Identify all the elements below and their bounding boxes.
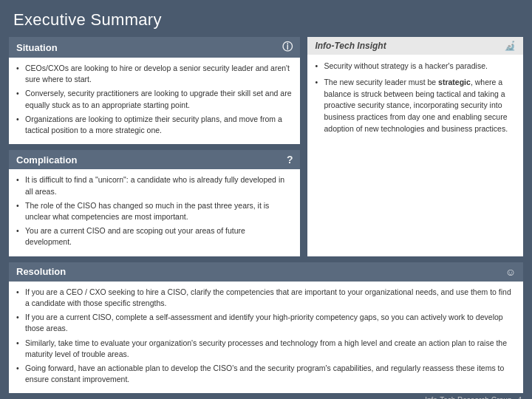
list-item: If you are a current CISO, complete a se… <box>16 312 516 334</box>
list-item: Security without strategy is a hacker's … <box>315 61 516 72</box>
resolution-label: Resolution <box>16 266 66 277</box>
footer-brand: Info-Tech Research Group <box>425 396 511 399</box>
resolution-header: Resolution ☺ <box>9 262 523 282</box>
list-item: If you are a CEO / CXO seeking to hire a… <box>16 287 516 309</box>
list-item: Going forward, have an actionable plan t… <box>16 363 516 385</box>
info-tech-body: Security without strategy is a hacker's … <box>307 55 523 256</box>
complication-section: Complication ? It is difficult to find a… <box>9 150 300 256</box>
resolution-body: If you are a CEO / CXO seeking to hire a… <box>9 282 523 394</box>
complication-header: Complication ? <box>9 150 300 169</box>
situation-section: Situation ⓘ CEOs/CXOs are looking to hir… <box>9 37 300 144</box>
bold-strategic: strategic <box>438 78 471 86</box>
header: Executive Summary <box>0 0 532 37</box>
situation-body: CEOs/CXOs are looking to hire or develop… <box>9 58 300 144</box>
right-column: Info-Tech Insight 🔬 Security without str… <box>307 37 523 256</box>
info-tech-header: Info-Tech Insight 🔬 <box>307 37 523 55</box>
complication-label: Complication <box>16 154 77 166</box>
complication-icon: ? <box>287 154 293 166</box>
main-content: Situation ⓘ CEOs/CXOs are looking to hir… <box>0 37 532 262</box>
situation-header: Situation ⓘ <box>9 37 300 58</box>
resolution-wrapper: Resolution ☺ If you are a CEO / CXO seek… <box>0 262 532 394</box>
list-item: CEOs/CXOs are looking to hire or develop… <box>16 63 293 85</box>
list-item: The role of the CISO has changed so much… <box>16 200 293 222</box>
left-column: Situation ⓘ CEOs/CXOs are looking to hir… <box>9 37 300 256</box>
info-tech-section: Info-Tech Insight 🔬 Security without str… <box>307 37 523 256</box>
resolution-section: Resolution ☺ If you are a CEO / CXO seek… <box>9 262 523 394</box>
footer: Info-Tech Research Group 4 <box>0 393 532 399</box>
page-title: Executive Summary <box>13 10 519 30</box>
info-tech-icon: 🔬 <box>505 41 516 51</box>
situation-list: CEOs/CXOs are looking to hire or develop… <box>16 63 293 136</box>
situation-icon: ⓘ <box>282 41 293 54</box>
list-item: You are a current CISO and are scoping o… <box>16 225 293 248</box>
list-item: Conversely, security practitioners are l… <box>16 88 293 110</box>
complication-body: It is difficult to find a "unicorn": a c… <box>9 169 300 256</box>
list-item: The new security leader must be strategi… <box>315 77 516 135</box>
info-tech-label: Info-Tech Insight <box>315 41 386 51</box>
complication-list: It is difficult to find a "unicorn": a c… <box>16 174 293 248</box>
page-wrapper: Executive Summary Situation ⓘ CEOs/CXOs … <box>0 0 532 399</box>
situation-label: Situation <box>16 42 58 53</box>
list-item: Organizations are looking to optimize th… <box>16 114 293 136</box>
info-tech-list: Security without strategy is a hacker's … <box>315 61 516 135</box>
list-item: Similarly, take time to evaluate your or… <box>16 338 516 360</box>
list-item: It is difficult to find a "unicorn": a c… <box>16 174 293 197</box>
footer-page: 4 <box>517 396 522 399</box>
resolution-list: If you are a CEO / CXO seeking to hire a… <box>16 287 516 386</box>
resolution-icon: ☺ <box>505 266 516 278</box>
